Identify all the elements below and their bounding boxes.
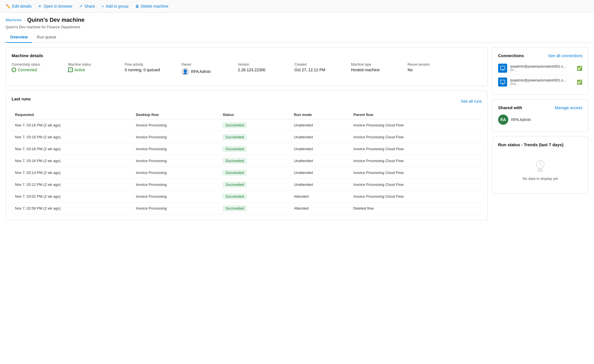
- connection-item[interactable]: rpaadmin@powerautomatesh001.onmicros... …: [498, 61, 582, 75]
- table-row[interactable]: Nov 7, 02:58 PM (2 wk ago) Invoice Proce…: [12, 203, 482, 214]
- table-row[interactable]: Nov 7, 03:16 PM (2 wk ago) Invoice Proce…: [12, 131, 482, 143]
- cell-parent-flow: Invoice Processing Cloud Flow: [350, 179, 482, 191]
- svg-rect-5: [541, 169, 543, 172]
- right-column: Connections See all connections rpaadmin…: [492, 47, 588, 193]
- left-column: Machine details Connectivity status ✓ Co…: [6, 47, 488, 220]
- version-item: Version 2.26.123.22300: [238, 63, 283, 76]
- tab-run-queue[interactable]: Run queue: [32, 32, 61, 43]
- connectivity-label: Connectivity status: [12, 63, 57, 66]
- shared-with-title: Shared with: [498, 105, 522, 110]
- machine-status-value: ✓ Active: [68, 68, 113, 72]
- owner-avatar: 👤: [181, 68, 189, 76]
- cell-parent-flow: Invoice Processing Cloud Flow: [350, 119, 482, 131]
- machine-type-label: Machine type: [351, 63, 396, 66]
- last-runs-title: Last runs: [12, 96, 31, 101]
- created-label: Created: [294, 63, 340, 66]
- last-runs-card: Last runs See all runs Requested Desktop…: [6, 91, 488, 220]
- flow-activity-value: 0 running, 0 queued: [125, 68, 170, 72]
- connections-card: Connections See all connections rpaadmin…: [492, 47, 588, 95]
- cell-desktop-flow: Invoice Processing: [132, 131, 219, 143]
- connection-email: rpaadmin@powerautomatesh001.onmicro...: [510, 78, 567, 82]
- table-row[interactable]: Nov 7, 03:16 PM (2 wk ago) Invoice Proce…: [12, 119, 482, 131]
- shared-users-list: RA RPA Admin: [498, 113, 582, 126]
- breadcrumb-section: Machines › Quinn's Dev machine: [0, 13, 594, 24]
- machine-status-item: Machine status ✓ Active: [68, 63, 113, 76]
- run-status-title: Run status - Trends (last 7 days): [498, 142, 582, 147]
- cell-run-mode: Unattended: [290, 155, 350, 167]
- connection-check-icon: ✅: [577, 66, 582, 71]
- cell-parent-flow: Invoice Processing Cloud Flow: [350, 191, 482, 203]
- cell-desktop-flow: Invoice Processing: [132, 203, 219, 214]
- share-button[interactable]: ↗ Share: [79, 3, 95, 10]
- share-icon: ↗: [79, 4, 83, 8]
- cell-status: Succeeded: [219, 167, 290, 179]
- cell-desktop-flow: Invoice Processing: [132, 155, 219, 167]
- breadcrumb: Machines › Quinn's Dev machine: [6, 17, 588, 23]
- avatar: RA: [498, 115, 508, 125]
- main-layout: Machine details Connectivity status ✓ Co…: [0, 43, 594, 225]
- cell-run-mode: Unattended: [290, 119, 350, 131]
- user-name: RPA Admin: [511, 117, 531, 122]
- last-runs-header: Last runs See all runs: [12, 96, 482, 106]
- cell-desktop-flow: Invoice Processing: [132, 143, 219, 155]
- cell-requested: Nov 7, 03:16 PM (2 wk ago): [12, 119, 132, 131]
- delete-machine-button[interactable]: 🗑 Delete machine: [135, 3, 168, 10]
- created-item: Created Oct 27, 12:12 PM: [294, 63, 340, 76]
- flow-activity-label: Flow activity: [125, 63, 170, 66]
- status-badge: Succeeded: [223, 158, 247, 164]
- cell-parent-flow: Invoice Processing Cloud Flow: [350, 167, 482, 179]
- cell-run-mode: Unattended: [290, 143, 350, 155]
- cell-requested: Nov 7, 03:12 PM (2 wk ago): [12, 179, 132, 191]
- cell-status: Succeeded: [219, 179, 290, 191]
- page-subtitle: Quinn's Dev machine for Finance Departme…: [0, 24, 594, 32]
- cell-desktop-flow: Invoice Processing: [132, 167, 219, 179]
- tab-overview[interactable]: Overview: [6, 32, 32, 43]
- status-badge: Succeeded: [223, 146, 247, 152]
- active-icon: ✓: [68, 68, 73, 72]
- table-row[interactable]: Nov 7, 03:16 PM (2 wk ago) Invoice Proce…: [12, 143, 482, 155]
- connections-title: Connections: [498, 53, 524, 58]
- cell-requested: Nov 7, 03:16 PM (2 wk ago): [12, 155, 132, 167]
- cell-run-mode: Unattended: [290, 179, 350, 191]
- breadcrumb-parent[interactable]: Machines: [6, 18, 21, 22]
- reuse-session-item: Reuse session No: [408, 63, 453, 76]
- cell-requested: Nov 7, 02:58 PM (2 wk ago): [12, 203, 132, 214]
- table-row[interactable]: Nov 7, 03:12 PM (2 wk ago) Invoice Proce…: [12, 179, 482, 191]
- owner-label: Owner: [181, 63, 227, 66]
- svg-rect-1: [500, 80, 505, 83]
- table-row[interactable]: Nov 7, 03:02 PM (2 wk ago) Invoice Proce…: [12, 191, 482, 203]
- version-value: 2.26.123.22300: [238, 68, 283, 72]
- delete-icon: 🗑: [135, 4, 139, 8]
- cell-desktop-flow: Invoice Processing: [132, 179, 219, 191]
- cell-status: Succeeded: [219, 119, 290, 131]
- svg-rect-0: [500, 66, 505, 70]
- table-row[interactable]: Nov 7, 03:14 PM (2 wk ago) Invoice Proce…: [12, 167, 482, 179]
- connection-icon: [498, 77, 507, 87]
- version-label: Version: [238, 63, 283, 66]
- status-badge: Succeeded: [223, 170, 247, 176]
- add-group-button[interactable]: + Add to group: [102, 3, 128, 10]
- connection-item[interactable]: rpaadmin@powerautomatesh001.onmicro... R…: [498, 75, 582, 89]
- see-all-connections-link[interactable]: See all connections: [548, 53, 582, 58]
- status-badge: Succeeded: [223, 193, 247, 199]
- cell-run-mode: Unattended: [290, 167, 350, 179]
- shared-with-card: Shared with Manage access RA RPA Admin: [492, 99, 588, 132]
- connection-check-icon: ✅: [577, 79, 582, 85]
- svg-rect-3: [538, 169, 539, 172]
- table-row[interactable]: Nov 7, 03:16 PM (2 wk ago) Invoice Proce…: [12, 155, 482, 167]
- cell-status: Succeeded: [219, 155, 290, 167]
- see-all-runs-link[interactable]: See all runs: [461, 99, 482, 104]
- cell-desktop-flow: Invoice Processing: [132, 119, 219, 131]
- connection-tag: RP...: [510, 68, 574, 72]
- owner-value: 👤 RPA Admin: [181, 68, 227, 76]
- breadcrumb-current: Quinn's Dev machine: [27, 17, 85, 23]
- manage-access-link[interactable]: Manage access: [555, 105, 582, 110]
- cell-parent-flow: Invoice Processing Cloud Flow: [350, 155, 482, 167]
- browser-icon: ✕: [38, 4, 42, 8]
- cell-run-mode: Attended: [290, 191, 350, 203]
- connection-icon: [498, 64, 507, 73]
- cell-status: Succeeded: [219, 143, 290, 155]
- no-data-text: No data to display yet: [522, 176, 558, 181]
- edit-details-button[interactable]: ✏️ Edit details: [6, 3, 31, 10]
- open-browser-button[interactable]: ✕ Open in browser: [38, 3, 72, 10]
